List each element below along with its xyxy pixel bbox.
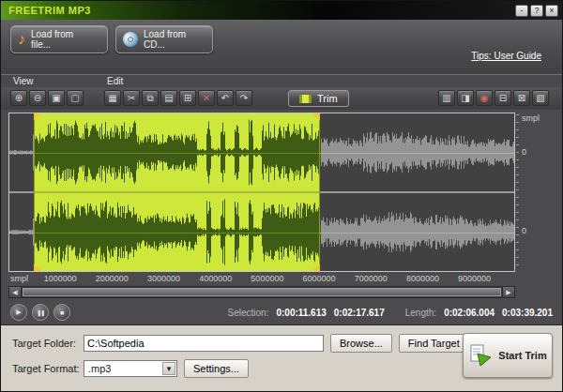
cd-hole <box>128 37 133 42</box>
cd-disc-icon <box>123 32 138 47</box>
load-from-cd-label: Load from CD... <box>144 29 186 50</box>
scroll-right-arrow-icon[interactable]: ▶ <box>502 287 514 297</box>
transport-controls: ▶ ❚❚ ■ <box>10 304 70 321</box>
toolbar: ⊕⊖▣▢ ▦✂⧉▤⊞✕↶↷ Trim ▥◨◉⊟⊠▧ <box>1 87 562 110</box>
mixer-icon[interactable]: ⊟ <box>495 90 511 106</box>
trim-button-label: Trim <box>317 93 338 104</box>
transport-row: ▶ ❚❚ ■ Selection: 0:00:11.613 0:02:17.61… <box>10 300 553 324</box>
edit-toolbar-group: ▦✂⧉▤⊞✕↶↷ <box>104 90 252 106</box>
target-folder-label: Target Folder: <box>12 338 84 349</box>
music-note-icon: ♪ <box>18 31 25 48</box>
zoom-out-icon[interactable]: ⊖ <box>29 90 46 106</box>
delete-icon[interactable]: ✕ <box>198 90 215 106</box>
pause-button[interactable]: ❚❚ <box>32 304 49 321</box>
timeline-tick: 6000000 <box>303 274 336 283</box>
play-button[interactable]: ▶ <box>10 304 27 321</box>
timeline-tick: 8000000 <box>406 274 439 283</box>
zoom-selection-icon[interactable]: ▣ <box>48 90 65 106</box>
timeline-tick: 1000000 <box>44 274 77 283</box>
redo-icon[interactable]: ↷ <box>236 90 252 106</box>
open-file-icon[interactable]: ▥ <box>438 90 455 106</box>
selection-label: Selection: <box>228 308 269 318</box>
trim-selection-icon <box>299 95 312 103</box>
paste-icon[interactable]: ▤ <box>160 90 177 106</box>
toolbar-section-labels: View Edit <box>1 74 562 87</box>
edit-section-label: Edit <box>107 76 123 86</box>
find-target-button[interactable]: Find Target <box>399 334 469 353</box>
load-from-file-button[interactable]: ♪ Load from file... <box>10 25 108 53</box>
target-format-label: Target Format: <box>12 363 84 374</box>
waveform-panel[interactable] <box>8 113 515 272</box>
horizontal-scrollbar[interactable]: ◀ ▶ <box>8 286 515 298</box>
total-length-value: 0:03:39.201 <box>502 308 553 318</box>
timeline-tick: 5000000 <box>251 274 283 283</box>
copy-icon[interactable]: ⧉ <box>142 90 159 106</box>
options-icon[interactable]: ⊠ <box>513 90 530 106</box>
zoom-in-icon[interactable]: ⊕ <box>10 90 27 106</box>
minimize-button[interactable]: - <box>515 5 528 17</box>
load-from-cd-button[interactable]: Load from CD... <box>115 25 213 53</box>
view-toolbar-group: ⊕⊖▣▢ <box>10 90 84 106</box>
output-panel: Target Folder: Browse... Find Target Tar… <box>1 324 562 392</box>
titlebar: FREETRIM MP3 - ? × <box>1 1 562 20</box>
about-icon[interactable]: ▧ <box>532 90 549 106</box>
zoom-all-icon[interactable]: ▢ <box>67 90 84 106</box>
app-window: FREETRIM MP3 - ? × ♪ Load from file... L… <box>0 0 563 392</box>
play-icon: ▶ <box>16 309 21 316</box>
window-controls: - ? × <box>515 5 558 17</box>
load-file-line1: Load from <box>31 29 73 39</box>
timeline-tick: 9000000 <box>458 274 491 283</box>
load-file-line2: file... <box>31 39 73 50</box>
selection-start-value: 0:00:11.613 <box>276 308 326 318</box>
select-all-icon[interactable]: ▦ <box>104 90 121 106</box>
scrollbar-thumb[interactable] <box>23 288 501 296</box>
window-title: FREETRIM MP3 <box>8 5 515 16</box>
header: ♪ Load from file... Load from CD... Tips… <box>1 20 562 74</box>
stop-icon: ■ <box>60 309 64 316</box>
timeline-tick: 2000000 <box>96 274 129 283</box>
load-cd-line1: Load from <box>144 29 186 39</box>
timeline-tick: 7000000 <box>355 274 388 283</box>
right-toolbar-group: ▥◨◉⊟⊠▧ <box>438 90 549 106</box>
status-bar: Selection: 0:00:11.613 0:02:17.617 Lengt… <box>228 308 554 318</box>
settings-button[interactable]: Settings... <box>184 359 249 378</box>
load-cd-line2: CD... <box>144 39 186 50</box>
waveform-display[interactable] <box>9 113 514 271</box>
record-icon[interactable]: ◉ <box>476 90 493 106</box>
axis-unit-label: smpl <box>522 113 540 123</box>
help-button[interactable]: ? <box>530 5 543 17</box>
start-trim-label: Start Trim <box>498 350 546 361</box>
load-from-file-label: Load from file... <box>31 29 73 50</box>
stop-button[interactable]: ■ <box>53 304 70 321</box>
amplitude-axis: smpl 0 0 <box>515 113 555 272</box>
start-trim-icon <box>468 343 493 368</box>
selection-end-value: 0:02:17.617 <box>334 308 385 318</box>
channel1-zero-label: 0 <box>522 147 526 157</box>
cut-icon[interactable]: ✂ <box>123 90 140 106</box>
undo-icon[interactable]: ↶ <box>217 90 234 106</box>
waveform-section: smpl 0 0 <box>8 113 555 272</box>
trim-button[interactable]: Trim <box>288 90 349 107</box>
insert-icon[interactable]: ⊞ <box>179 90 196 106</box>
timeline-tick: 3000000 <box>147 274 180 283</box>
timeline-tick: 4000000 <box>199 274 232 283</box>
start-trim-button[interactable]: Start Trim <box>463 333 553 378</box>
scroll-left-arrow-icon[interactable]: ◀ <box>9 287 22 297</box>
target-folder-input[interactable] <box>84 335 324 352</box>
browse-button[interactable]: Browse... <box>330 334 392 353</box>
tips-user-guide-link[interactable]: Tips: User Guide <box>471 51 541 61</box>
length-label: Length: <box>405 308 436 318</box>
timeline-ruler: smpl 10000002000000300000040000005000000… <box>8 273 515 285</box>
length-value: 0:02:06.004 <box>444 308 495 318</box>
dropdown-arrow-icon: ▾ <box>162 362 175 375</box>
timeline-unit-label: smpl <box>10 274 28 283</box>
view-section-label: View <box>13 76 34 86</box>
save-file-icon[interactable]: ◨ <box>457 90 474 106</box>
pause-icon: ❚❚ <box>37 309 44 316</box>
target-format-select[interactable]: .mp3 ▾ <box>84 360 177 377</box>
channel2-zero-label: 0 <box>522 226 526 235</box>
target-format-value: .mp3 <box>88 363 111 374</box>
close-button[interactable]: × <box>545 5 558 17</box>
